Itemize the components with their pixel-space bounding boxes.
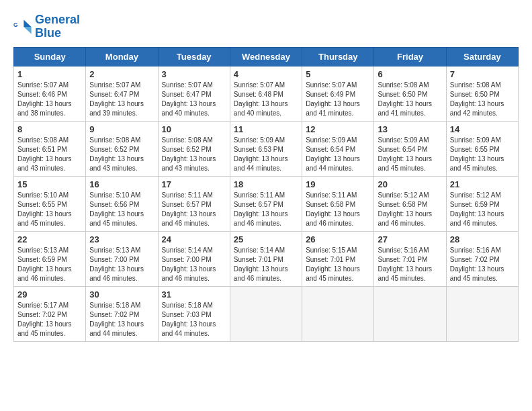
calendar-cell: 12 Sunrise: 5:09 AM Sunset: 6:54 PM Dayl… xyxy=(302,121,374,176)
calendar-week-5: 29 Sunrise: 5:17 AM Sunset: 7:02 PM Dayl… xyxy=(14,286,519,341)
calendar-cell: 23 Sunrise: 5:13 AM Sunset: 7:00 PM Dayl… xyxy=(86,231,158,286)
calendar-cell: 4 Sunrise: 5:07 AM Sunset: 6:48 PM Dayli… xyxy=(230,66,302,121)
day-number: 17 xyxy=(162,179,226,189)
calendar-cell: 2 Sunrise: 5:07 AM Sunset: 6:47 PM Dayli… xyxy=(86,66,158,121)
day-number: 18 xyxy=(234,179,298,189)
day-number: 2 xyxy=(89,69,154,79)
calendar-week-3: 15 Sunrise: 5:10 AM Sunset: 6:55 PM Dayl… xyxy=(14,176,519,231)
day-number: 19 xyxy=(306,179,370,189)
page-header: G General Blue xyxy=(13,13,519,40)
logo-text: General Blue xyxy=(35,13,80,40)
calendar-cell: 14 Sunrise: 5:09 AM Sunset: 6:55 PM Dayl… xyxy=(446,121,518,176)
svg-marker-1 xyxy=(24,19,31,27)
calendar-cell: 3 Sunrise: 5:07 AM Sunset: 6:47 PM Dayli… xyxy=(158,66,230,121)
cell-content: Sunrise: 5:08 AM Sunset: 6:50 PM Dayligh… xyxy=(378,81,442,118)
day-number: 8 xyxy=(17,124,82,134)
svg-marker-2 xyxy=(24,27,31,34)
day-number: 22 xyxy=(17,234,82,244)
calendar-cell: 18 Sunrise: 5:11 AM Sunset: 6:57 PM Dayl… xyxy=(230,176,302,231)
day-header-friday: Friday xyxy=(374,47,446,66)
calendar-cell: 28 Sunrise: 5:16 AM Sunset: 7:02 PM Dayl… xyxy=(446,231,518,286)
calendar-cell: 22 Sunrise: 5:13 AM Sunset: 6:59 PM Dayl… xyxy=(14,231,86,286)
cell-content: Sunrise: 5:11 AM Sunset: 6:58 PM Dayligh… xyxy=(306,191,370,228)
calendar-cell: 11 Sunrise: 5:09 AM Sunset: 6:53 PM Dayl… xyxy=(230,121,302,176)
cell-content: Sunrise: 5:17 AM Sunset: 7:02 PM Dayligh… xyxy=(17,301,82,338)
logo: G General Blue xyxy=(13,13,80,40)
day-number: 7 xyxy=(450,69,515,79)
calendar-cell: 15 Sunrise: 5:10 AM Sunset: 6:55 PM Dayl… xyxy=(14,176,86,231)
cell-content: Sunrise: 5:13 AM Sunset: 7:00 PM Dayligh… xyxy=(89,246,154,283)
cell-content: Sunrise: 5:07 AM Sunset: 6:46 PM Dayligh… xyxy=(17,81,82,118)
logo-icon: G xyxy=(13,17,32,36)
calendar-cell: 24 Sunrise: 5:14 AM Sunset: 7:00 PM Dayl… xyxy=(158,231,230,286)
cell-content: Sunrise: 5:07 AM Sunset: 6:47 PM Dayligh… xyxy=(162,81,226,118)
calendar-cell xyxy=(374,286,446,341)
day-number: 5 xyxy=(306,69,370,79)
calendar-cell: 30 Sunrise: 5:18 AM Sunset: 7:02 PM Dayl… xyxy=(86,286,158,341)
cell-content: Sunrise: 5:09 AM Sunset: 6:55 PM Dayligh… xyxy=(450,136,515,173)
day-number: 28 xyxy=(450,234,515,244)
day-number: 1 xyxy=(17,69,82,79)
calendar-cell: 5 Sunrise: 5:07 AM Sunset: 6:49 PM Dayli… xyxy=(302,66,374,121)
day-number: 27 xyxy=(378,234,442,244)
header-row: SundayMondayTuesdayWednesdayThursdayFrid… xyxy=(14,47,519,66)
cell-content: Sunrise: 5:14 AM Sunset: 7:00 PM Dayligh… xyxy=(162,246,226,283)
calendar-cell: 1 Sunrise: 5:07 AM Sunset: 6:46 PM Dayli… xyxy=(14,66,86,121)
day-number: 26 xyxy=(306,234,370,244)
day-header-saturday: Saturday xyxy=(446,47,518,66)
calendar-cell xyxy=(302,286,374,341)
day-number: 3 xyxy=(162,69,226,79)
day-number: 11 xyxy=(234,124,298,134)
calendar-cell xyxy=(446,286,518,341)
calendar-cell: 9 Sunrise: 5:08 AM Sunset: 6:52 PM Dayli… xyxy=(86,121,158,176)
cell-content: Sunrise: 5:07 AM Sunset: 6:48 PM Dayligh… xyxy=(234,81,298,118)
cell-content: Sunrise: 5:18 AM Sunset: 7:03 PM Dayligh… xyxy=(162,301,226,338)
calendar-cell: 6 Sunrise: 5:08 AM Sunset: 6:50 PM Dayli… xyxy=(374,66,446,121)
cell-content: Sunrise: 5:10 AM Sunset: 6:56 PM Dayligh… xyxy=(89,191,154,228)
cell-content: Sunrise: 5:08 AM Sunset: 6:50 PM Dayligh… xyxy=(450,81,515,118)
day-number: 21 xyxy=(450,179,515,189)
cell-content: Sunrise: 5:08 AM Sunset: 6:52 PM Dayligh… xyxy=(162,136,226,173)
calendar-cell: 17 Sunrise: 5:11 AM Sunset: 6:57 PM Dayl… xyxy=(158,176,230,231)
day-number: 10 xyxy=(162,124,226,134)
cell-content: Sunrise: 5:08 AM Sunset: 6:51 PM Dayligh… xyxy=(17,136,82,173)
calendar-cell: 7 Sunrise: 5:08 AM Sunset: 6:50 PM Dayli… xyxy=(446,66,518,121)
cell-content: Sunrise: 5:07 AM Sunset: 6:47 PM Dayligh… xyxy=(89,81,154,118)
cell-content: Sunrise: 5:14 AM Sunset: 7:01 PM Dayligh… xyxy=(234,246,298,283)
day-number: 29 xyxy=(17,289,82,300)
day-header-monday: Monday xyxy=(86,47,158,66)
cell-content: Sunrise: 5:13 AM Sunset: 6:59 PM Dayligh… xyxy=(17,246,82,283)
cell-content: Sunrise: 5:11 AM Sunset: 6:57 PM Dayligh… xyxy=(162,191,226,228)
cell-content: Sunrise: 5:10 AM Sunset: 6:55 PM Dayligh… xyxy=(17,191,82,228)
calendar-cell: 21 Sunrise: 5:12 AM Sunset: 6:59 PM Dayl… xyxy=(446,176,518,231)
day-number: 4 xyxy=(234,69,298,79)
day-header-sunday: Sunday xyxy=(14,47,86,66)
day-number: 20 xyxy=(378,179,442,189)
cell-content: Sunrise: 5:09 AM Sunset: 6:54 PM Dayligh… xyxy=(306,136,370,173)
calendar-cell: 10 Sunrise: 5:08 AM Sunset: 6:52 PM Dayl… xyxy=(158,121,230,176)
cell-content: Sunrise: 5:16 AM Sunset: 7:01 PM Dayligh… xyxy=(378,246,442,283)
cell-content: Sunrise: 5:11 AM Sunset: 6:57 PM Dayligh… xyxy=(234,191,298,228)
day-number: 23 xyxy=(89,234,154,244)
day-number: 24 xyxy=(162,234,226,244)
calendar-cell: 13 Sunrise: 5:09 AM Sunset: 6:54 PM Dayl… xyxy=(374,121,446,176)
cell-content: Sunrise: 5:12 AM Sunset: 6:58 PM Dayligh… xyxy=(378,191,442,228)
day-number: 13 xyxy=(378,124,442,134)
calendar-cell: 19 Sunrise: 5:11 AM Sunset: 6:58 PM Dayl… xyxy=(302,176,374,231)
cell-content: Sunrise: 5:08 AM Sunset: 6:52 PM Dayligh… xyxy=(89,136,154,173)
cell-content: Sunrise: 5:12 AM Sunset: 6:59 PM Dayligh… xyxy=(450,191,515,228)
cell-content: Sunrise: 5:07 AM Sunset: 6:49 PM Dayligh… xyxy=(306,81,370,118)
calendar-cell: 8 Sunrise: 5:08 AM Sunset: 6:51 PM Dayli… xyxy=(14,121,86,176)
day-number: 30 xyxy=(89,289,154,300)
day-header-thursday: Thursday xyxy=(302,47,374,66)
day-number: 14 xyxy=(450,124,515,134)
day-number: 25 xyxy=(234,234,298,244)
cell-content: Sunrise: 5:18 AM Sunset: 7:02 PM Dayligh… xyxy=(89,301,154,338)
cell-content: Sunrise: 5:09 AM Sunset: 6:54 PM Dayligh… xyxy=(378,136,442,173)
calendar-week-2: 8 Sunrise: 5:08 AM Sunset: 6:51 PM Dayli… xyxy=(14,121,519,176)
calendar-table: SundayMondayTuesdayWednesdayThursdayFrid… xyxy=(13,47,519,342)
day-number: 6 xyxy=(378,69,442,79)
calendar-cell: 16 Sunrise: 5:10 AM Sunset: 6:56 PM Dayl… xyxy=(86,176,158,231)
day-number: 15 xyxy=(17,179,82,189)
cell-content: Sunrise: 5:15 AM Sunset: 7:01 PM Dayligh… xyxy=(306,246,370,283)
